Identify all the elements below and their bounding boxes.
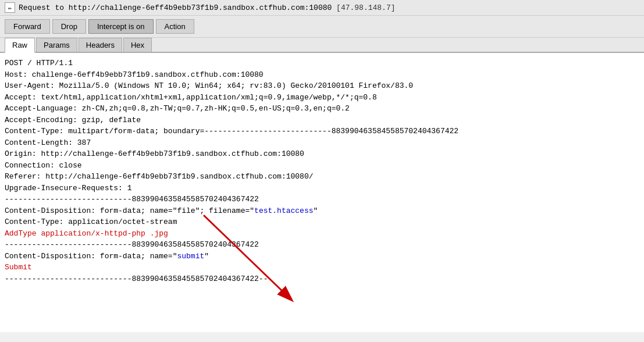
request-line: ----------------------------883990463584…: [5, 194, 639, 205]
request-line: Content-Length: 387: [5, 137, 639, 149]
request-line: Accept: text/html,application/xhtml+xml,…: [5, 92, 639, 104]
request-line: AddType application/x-httpd-php .jpg: [5, 228, 639, 240]
forward-button[interactable]: Forward: [5, 19, 50, 34]
request-line: Accept-Encoding: gzip, deflate: [5, 115, 639, 126]
request-line: Upgrade-Insecure-Requests: 1: [5, 183, 639, 194]
request-line: ----------------------------883990463584…: [5, 273, 639, 285]
tab-headers[interactable]: Headers: [79, 38, 122, 52]
action-button[interactable]: Action: [156, 19, 194, 34]
toolbar: Forward Drop Intercept is on Action: [0, 16, 644, 38]
tab-raw[interactable]: Raw: [5, 38, 35, 53]
request-line: Host: challenge-6eff4b9ebb73f1b9.sandbox…: [5, 69, 639, 81]
request-line: User-Agent: Mozilla/5.0 (Windows NT 10.0…: [5, 80, 639, 92]
request-line: Accept-Language: zh-CN,zh;q=0.8,zh-TW;q=…: [5, 103, 639, 115]
request-line: Content-Type: application/octet-stream: [5, 216, 639, 228]
request-line: Submit: [5, 262, 639, 273]
request-line: POST / HTTP/1.1: [5, 58, 639, 69]
tab-bar: Raw Params Headers Hex: [0, 38, 644, 53]
request-line: Content-Disposition: form-data; name="su…: [5, 251, 639, 262]
request-line: Referer: http://challenge-6eff4b9ebb73f1…: [5, 171, 639, 183]
request-content: POST / HTTP/1.1Host: challenge-6eff4b9eb…: [0, 53, 644, 332]
drop-button[interactable]: Drop: [52, 19, 86, 34]
request-url: Request to http://challenge-6eff4b9ebb73…: [19, 3, 396, 12]
edit-icon: ✏: [5, 2, 15, 13]
top-bar: ✏ Request to http://challenge-6eff4b9ebb…: [0, 0, 644, 16]
request-line: Connection: close: [5, 160, 639, 172]
request-line: Content-Type: multipart/form-data; bound…: [5, 126, 639, 137]
request-line: ----------------------------883990463584…: [5, 239, 639, 251]
tab-hex[interactable]: Hex: [123, 38, 152, 52]
request-line: Origin: http://challenge-6eff4b9ebb73f1b…: [5, 148, 639, 160]
tab-params[interactable]: Params: [36, 38, 77, 52]
intercept-button[interactable]: Intercept is on: [88, 19, 154, 34]
request-line: Content-Disposition: form-data; name="fi…: [5, 205, 639, 217]
